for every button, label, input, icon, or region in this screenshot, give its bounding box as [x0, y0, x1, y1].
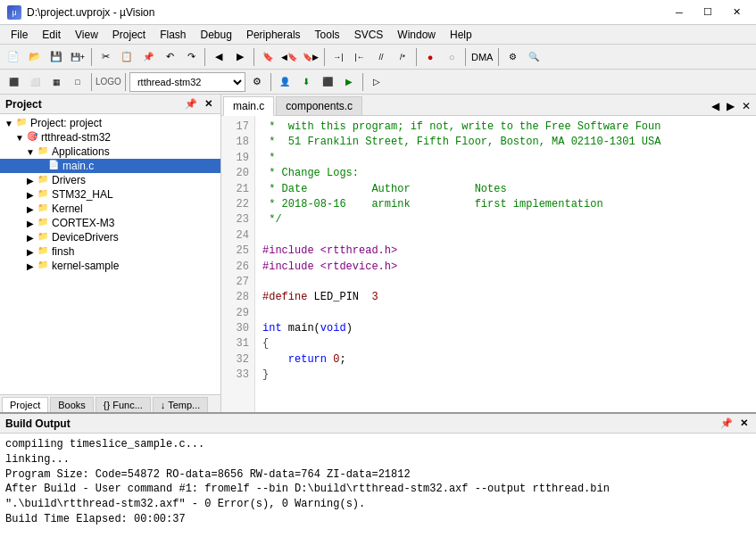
save-all-button[interactable]: 💾+	[68, 47, 87, 67]
folder-icon: 📁	[36, 231, 50, 244]
nav-back-button[interactable]: ◀	[209, 47, 228, 67]
project-panel-pin-button[interactable]: 📌	[182, 97, 200, 111]
tree-toggle[interactable]: ▶	[25, 247, 36, 257]
maximize-button[interactable]: ☐	[695, 4, 720, 21]
build-output-title: Build Output	[5, 417, 71, 430]
tree-toggle[interactable]: ▼	[14, 133, 25, 143]
menu-item-peripherals[interactable]: Peripherals	[239, 27, 308, 43]
settings-button[interactable]: ⚙	[503, 47, 522, 67]
toolbar2-btn3[interactable]: ▦	[46, 72, 66, 92]
tree-toggle[interactable]: ▶	[25, 204, 36, 214]
tree-item-rtthread[interactable]: ▼ 🎯 rtthread-stm32	[0, 130, 220, 145]
tree-item-stm32hal[interactable]: ▶ 📁 STM32_HAL	[0, 187, 220, 202]
search-button[interactable]: 🔍	[524, 47, 544, 67]
menu-item-file[interactable]: File	[4, 27, 35, 43]
menu-item-window[interactable]: Window	[390, 27, 443, 43]
prev-bookmark-button[interactable]: ◀🔖	[279, 47, 299, 67]
toolbar2-sep2	[125, 73, 126, 91]
target-settings-button[interactable]: ⚙	[247, 72, 267, 92]
tab-books[interactable]: Books	[50, 397, 94, 412]
close-button[interactable]: ✕	[724, 4, 749, 21]
tree-toggle[interactable]: ▼	[4, 119, 14, 128]
scroll-right-button[interactable]: ▶	[723, 97, 738, 115]
manage-button[interactable]: 👤	[275, 72, 295, 92]
nav-forward-button[interactable]: ▶	[230, 47, 250, 67]
tree-toggle[interactable]: ▶	[25, 176, 36, 186]
project-panel-title: Project	[5, 98, 42, 111]
tab-templates[interactable]: ↓ Temp...	[153, 397, 208, 412]
erase-button[interactable]: ⬛	[318, 72, 337, 92]
menu-item-debug[interactable]: Debug	[194, 27, 239, 43]
tree-item-root[interactable]: ▼ 📁 Project: project	[0, 116, 220, 130]
menu-item-project[interactable]: Project	[105, 27, 153, 43]
project-panel: Project 📌 ✕ ▼ 📁 Project: project ▼	[0, 95, 221, 412]
save-button[interactable]: 💾	[46, 47, 66, 67]
build-output-close-button[interactable]: ✕	[737, 417, 751, 430]
tab-components-c[interactable]: components.c	[276, 96, 362, 115]
menu-item-svcs[interactable]: SVCS	[347, 27, 391, 43]
build-button[interactable]: ●	[420, 47, 440, 67]
build-output-pin-button[interactable]: 📌	[718, 417, 735, 430]
open-file-button[interactable]: 📂	[25, 47, 45, 67]
titlebar: μ D:\project.uvprojx - µVision ─ ☐ ✕	[0, 0, 756, 25]
comment-button[interactable]: //	[371, 47, 391, 67]
tree-item-apps[interactable]: ▼ 📁 Applications	[0, 145, 220, 159]
tree-label: Project: project	[30, 117, 102, 129]
tree-item-cortex[interactable]: ▶ 📁 CORTEX-M3	[0, 216, 220, 230]
next-bookmark-button[interactable]: 🔖▶	[301, 47, 320, 67]
code-editor[interactable]: 17 18 19 20 21 22 23 24 25 26 27 28 29 3…	[221, 116, 756, 412]
redo-button[interactable]: ↷	[181, 47, 201, 67]
tree-item-kernelsample[interactable]: ▶ 📁 kernel-sample	[0, 259, 220, 273]
tree-item-devdrivers[interactable]: ▶ 📁 DeviceDrivers	[0, 230, 220, 244]
line-numbers: 17 18 19 20 21 22 23 24 25 26 27 28 29 3…	[221, 116, 255, 412]
tree-toggle[interactable]: ▶	[25, 261, 36, 271]
menu-item-flash[interactable]: Flash	[153, 27, 193, 43]
tree-toggle[interactable]: ▶	[25, 233, 36, 243]
menu-item-tools[interactable]: Tools	[308, 27, 347, 43]
bookmark-button[interactable]: 🔖	[258, 47, 278, 67]
menu-item-help[interactable]: Help	[443, 27, 479, 43]
paste-button[interactable]: 📌	[138, 47, 158, 67]
tree-label: DeviceDrivers	[52, 231, 119, 244]
toolbar2-btn4[interactable]: □	[68, 72, 87, 92]
tab-project[interactable]: Project	[2, 397, 48, 412]
copy-button[interactable]: 📋	[117, 47, 137, 67]
uncomment-button[interactable]: /*	[393, 47, 412, 67]
outdent-button[interactable]: |←	[350, 47, 370, 67]
menu-item-edit[interactable]: Edit	[35, 27, 68, 43]
run-button[interactable]: ▷	[367, 72, 386, 92]
tab-main-c[interactable]: main.c	[223, 96, 274, 116]
toolbar-sep-3	[253, 48, 254, 66]
tree-item-kernel[interactable]: ▶ 📁 Kernel	[0, 202, 220, 216]
indent-button[interactable]: →|	[328, 47, 348, 67]
menu-item-view[interactable]: View	[68, 27, 105, 43]
toolbar2-btn2[interactable]: ⬜	[25, 72, 45, 92]
scroll-left-button[interactable]: ◀	[708, 97, 723, 115]
target-dropdown[interactable]: rtthread-stm32	[129, 72, 245, 92]
download-button[interactable]: ⬇	[296, 72, 316, 92]
undo-button[interactable]: ↶	[160, 47, 179, 67]
close-editor-button[interactable]: ✕	[738, 97, 754, 115]
dma-label: DMA	[469, 52, 494, 62]
tree-toggle[interactable]: ▶	[25, 190, 36, 200]
tree-item-main-c[interactable]: 📄 main.c	[0, 159, 220, 173]
tree-item-drivers[interactable]: ▶ 📁 Drivers	[0, 173, 220, 187]
tree-toggle[interactable]: ▶	[25, 219, 36, 228]
project-panel-close-button[interactable]: ✕	[202, 97, 215, 111]
editor-area: main.c components.c ◀ ▶ ✕ 17 18 19 20 21…	[221, 95, 756, 412]
toolbar2-btn1[interactable]: ⬛	[4, 72, 23, 92]
code-content[interactable]: * with this program; if not, write to th…	[255, 116, 756, 412]
tree-toggle[interactable]: ▼	[25, 147, 36, 157]
minimize-button[interactable]: ─	[667, 4, 692, 21]
debug-start-button[interactable]: ▶	[339, 72, 359, 92]
tree-label: Kernel	[52, 202, 83, 215]
tree-label: Drivers	[52, 174, 86, 186]
stop-button[interactable]: ○	[442, 47, 461, 67]
toolbar-sep-2	[204, 48, 205, 66]
new-file-button[interactable]: 📄	[4, 47, 23, 67]
tab-functions[interactable]: {} Func...	[96, 397, 151, 412]
project-icon: 📁	[14, 117, 29, 129]
cut-button[interactable]: ✂	[96, 47, 115, 67]
tree-item-finsh[interactable]: ▶ 📁 finsh	[0, 244, 220, 259]
toolbar-sep-7	[498, 48, 499, 66]
